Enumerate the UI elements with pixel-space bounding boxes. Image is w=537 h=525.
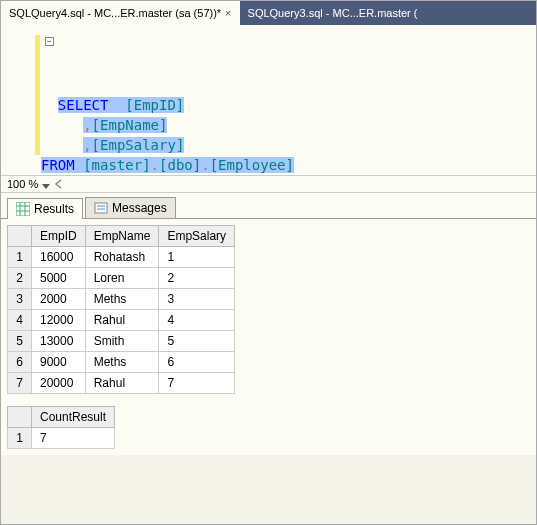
row-number[interactable]: 4 bbox=[8, 310, 32, 331]
table-row[interactable]: 69000Meths6 bbox=[8, 352, 235, 373]
tab-label: SQLQuery3.sql - MC...ER.master ( bbox=[248, 7, 418, 19]
col-empname: EmpName bbox=[85, 226, 159, 247]
cell[interactable]: 2000 bbox=[32, 289, 86, 310]
cell[interactable]: 20000 bbox=[32, 373, 86, 394]
cell[interactable]: Meths bbox=[85, 289, 159, 310]
cell[interactable]: 9000 bbox=[32, 352, 86, 373]
sql-editor[interactable]: − SELECT [EmpID] ,[EmpName] ,[EmpSalary]… bbox=[1, 25, 536, 175]
messages-icon bbox=[94, 201, 108, 215]
row-number[interactable]: 1 bbox=[8, 428, 32, 449]
cell[interactable]: 12000 bbox=[32, 310, 86, 331]
col-empsalary: EmpSalary bbox=[159, 226, 235, 247]
table-row[interactable]: 116000Rohatash1 bbox=[8, 247, 235, 268]
row-number[interactable]: 6 bbox=[8, 352, 32, 373]
row-number[interactable]: 7 bbox=[8, 373, 32, 394]
cell[interactable]: 16000 bbox=[32, 247, 86, 268]
row-number[interactable]: 1 bbox=[8, 247, 32, 268]
collapse-toggle[interactable]: − bbox=[45, 37, 54, 46]
col-rownum bbox=[8, 226, 32, 247]
tab-results-label: Results bbox=[34, 202, 74, 216]
cell[interactable]: Smith bbox=[85, 331, 159, 352]
table-row[interactable]: 412000Rahul4 bbox=[8, 310, 235, 331]
results-grid-1[interactable]: EmpID EmpName EmpSalary 116000Rohatash12… bbox=[7, 225, 235, 394]
table-row[interactable]: 17 bbox=[8, 428, 115, 449]
cell[interactable]: Rohatash bbox=[85, 247, 159, 268]
col-rownum bbox=[8, 407, 32, 428]
cell[interactable]: 4 bbox=[159, 310, 235, 331]
col-empid: EmpID bbox=[32, 226, 86, 247]
editor-tabbar: SQLQuery4.sql - MC...ER.master (sa (57))… bbox=[1, 1, 536, 25]
svg-rect-5 bbox=[95, 203, 107, 213]
cell[interactable]: 5 bbox=[159, 331, 235, 352]
cell[interactable]: Rahul bbox=[85, 373, 159, 394]
zoom-bar: 100 % bbox=[1, 175, 536, 193]
cell[interactable]: Meths bbox=[85, 352, 159, 373]
cell[interactable]: 3 bbox=[159, 289, 235, 310]
tab-messages[interactable]: Messages bbox=[85, 197, 176, 218]
cell[interactable]: 5000 bbox=[32, 268, 86, 289]
table-row[interactable]: 720000Rahul7 bbox=[8, 373, 235, 394]
table-row[interactable]: 32000Meths3 bbox=[8, 289, 235, 310]
cell[interactable]: 1 bbox=[159, 247, 235, 268]
cell[interactable]: 13000 bbox=[32, 331, 86, 352]
table-row[interactable]: 513000Smith5 bbox=[8, 331, 235, 352]
cell[interactable]: 2 bbox=[159, 268, 235, 289]
cell[interactable]: 7 bbox=[32, 428, 115, 449]
table-row[interactable]: 25000Loren2 bbox=[8, 268, 235, 289]
tab-results[interactable]: Results bbox=[7, 198, 83, 219]
cell[interactable]: 7 bbox=[159, 373, 235, 394]
row-number[interactable]: 5 bbox=[8, 331, 32, 352]
svg-rect-0 bbox=[16, 202, 30, 216]
cell[interactable]: Loren bbox=[85, 268, 159, 289]
results-tabbar: Results Messages bbox=[1, 193, 536, 219]
zoom-value[interactable]: 100 % bbox=[7, 178, 38, 190]
cell[interactable]: 6 bbox=[159, 352, 235, 373]
scroll-left-icon[interactable] bbox=[54, 179, 64, 189]
tab-messages-label: Messages bbox=[112, 201, 167, 215]
cell[interactable]: Rahul bbox=[85, 310, 159, 331]
col-countresult: CountResult bbox=[32, 407, 115, 428]
results-pane: EmpID EmpName EmpSalary 116000Rohatash12… bbox=[1, 219, 536, 455]
row-number[interactable]: 3 bbox=[8, 289, 32, 310]
change-marker bbox=[35, 35, 40, 155]
zoom-dropdown-icon[interactable] bbox=[42, 180, 50, 188]
row-number[interactable]: 2 bbox=[8, 268, 32, 289]
tab-sqlquery3[interactable]: SQLQuery3.sql - MC...ER.master ( bbox=[240, 1, 426, 25]
results-grid-2[interactable]: CountResult 17 bbox=[7, 406, 115, 449]
tab-sqlquery4[interactable]: SQLQuery4.sql - MC...ER.master (sa (57))… bbox=[1, 1, 240, 25]
grid-icon bbox=[16, 202, 30, 216]
close-icon[interactable]: × bbox=[225, 7, 231, 19]
tab-label: SQLQuery4.sql - MC...ER.master (sa (57))… bbox=[9, 7, 221, 19]
